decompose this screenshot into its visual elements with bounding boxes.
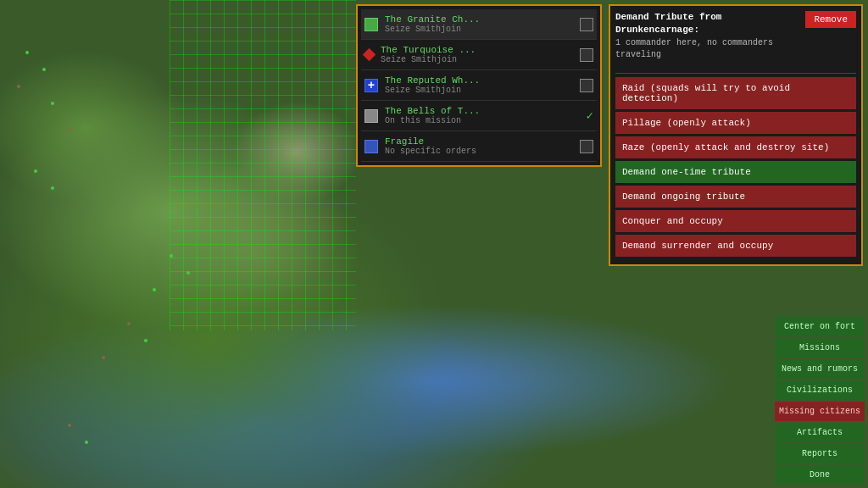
- commander-item-3[interactable]: +The Reputed Wh...Seize Smithjoin: [361, 70, 597, 101]
- commander-name-4: The Bells of T...: [385, 106, 583, 116]
- commander-checkbox-2[interactable]: [580, 48, 593, 62]
- action-button-6[interactable]: Demand surrender and occupy: [615, 235, 856, 257]
- commander-item-1[interactable]: The Granite Ch...Seize Smithjoin: [361, 9, 597, 40]
- action-button-5[interactable]: Conquer and occupy: [615, 210, 856, 232]
- commander-text-2: The Turquoise ...Seize Smithjoin: [381, 45, 576, 64]
- commander-order-4: On this mission: [385, 116, 583, 125]
- commander-name-3: The Reputed Wh...: [385, 75, 576, 86]
- commander-checkbox-3[interactable]: [580, 79, 593, 92]
- commander-panel: The Granite Ch...Seize SmithjoinThe Turq…: [356, 4, 602, 167]
- sidebar-btn-civilizations[interactable]: Civilizations: [775, 380, 865, 400]
- separator: [615, 73, 856, 74]
- sidebar-btn-done[interactable]: Done: [775, 465, 865, 485]
- sidebar-btn-missing-citizens[interactable]: Missing citizens: [775, 402, 865, 421]
- commander-icon-4: [364, 109, 378, 123]
- commander-icon-3: +: [364, 79, 378, 92]
- right-sidebar: Center on fortMissionsNews and rumorsCiv…: [775, 317, 868, 488]
- commander-text-3: The Reputed Wh...Seize Smithjoin: [385, 75, 576, 95]
- action-panel: Demand Tribute from Drunkencarnage: 1 co…: [609, 4, 863, 266]
- commander-check-4: ✓: [587, 108, 593, 123]
- sidebar-btn-center-on-fort[interactable]: Center on fort: [775, 317, 865, 336]
- action-header-title: Demand Tribute from Drunkencarnage:: [615, 11, 805, 37]
- commander-icon-2: [363, 48, 376, 62]
- commander-icon-1: [364, 18, 378, 31]
- remove-button[interactable]: Remove: [805, 11, 856, 28]
- action-button-3[interactable]: Demand one-time tribute: [615, 161, 856, 183]
- action-button-4[interactable]: Demand ongoing tribute: [615, 186, 856, 208]
- commander-order-3: Seize Smithjoin: [385, 86, 576, 95]
- commander-item-4[interactable]: The Bells of T...On this mission✓: [361, 101, 597, 131]
- commander-checkbox-5[interactable]: [580, 140, 593, 153]
- action-button-0[interactable]: Raid (squads will try to avoid detection…: [615, 77, 856, 109]
- sidebar-btn-news-and-rumors[interactable]: News and rumors: [775, 359, 865, 379]
- commander-order-5: No specific orders: [385, 147, 576, 156]
- action-button-1[interactable]: Pillage (openly attack): [615, 112, 856, 134]
- commander-name-2: The Turquoise ...: [381, 45, 576, 55]
- action-header: Demand Tribute from Drunkencarnage: 1 co…: [615, 11, 805, 61]
- commander-checkbox-1[interactable]: [580, 18, 593, 31]
- action-buttons-list: Raid (squads will try to avoid detection…: [615, 77, 856, 257]
- sidebar-btn-missions[interactable]: Missions: [775, 338, 865, 358]
- commander-text-4: The Bells of T...On this mission: [385, 106, 583, 125]
- commander-order-2: Seize Smithjoin: [381, 55, 576, 64]
- map-grid-overlay: [170, 0, 356, 330]
- commander-list: The Granite Ch...Seize SmithjoinThe Turq…: [361, 9, 597, 162]
- sidebar-btn-artifacts[interactable]: Artifacts: [775, 423, 865, 442]
- sidebar-btn-reports[interactable]: Reports: [775, 444, 865, 463]
- commander-name-5: Fragile: [385, 136, 576, 147]
- action-header-subtitle: 1 commander here, no commanders travelin…: [615, 37, 805, 61]
- commander-icon-5: [364, 140, 378, 153]
- commander-name-1: The Granite Ch...: [385, 14, 576, 25]
- commander-text-1: The Granite Ch...Seize Smithjoin: [385, 14, 576, 34]
- commander-item-5[interactable]: FragileNo specific orders: [361, 131, 597, 162]
- commander-item-2[interactable]: The Turquoise ...Seize Smithjoin: [361, 40, 597, 70]
- commander-text-5: FragileNo specific orders: [385, 136, 576, 156]
- commander-order-1: Seize Smithjoin: [385, 25, 576, 34]
- action-button-2[interactable]: Raze (openly attack and destroy site): [615, 136, 856, 158]
